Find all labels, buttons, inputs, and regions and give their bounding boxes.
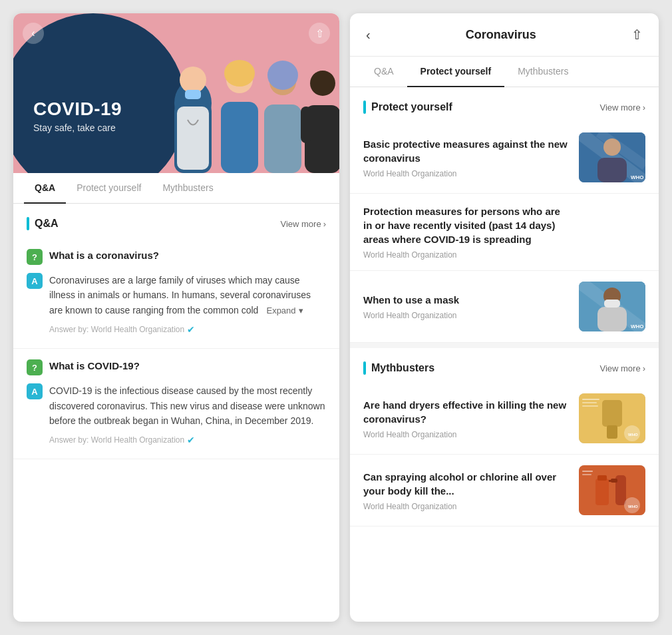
protect-thumb-3-svg: WHO bbox=[579, 282, 645, 331]
protect-view-more[interactable]: View more › bbox=[599, 103, 645, 112]
tab-qa-right[interactable]: Q&A bbox=[361, 57, 407, 87]
right-tabs: Q&A Protect yourself Mythbusters bbox=[350, 57, 659, 87]
svg-rect-28 bbox=[607, 425, 617, 439]
right-back-button[interactable]: ‹ bbox=[363, 25, 373, 45]
left-tabs: Q&A Protect yourself Mythbusters bbox=[13, 173, 339, 204]
answer-content-2: COVID-19 is the infectious disease cause… bbox=[49, 383, 326, 445]
svg-rect-4 bbox=[185, 90, 201, 99]
answer-meta-2: Answer by: World Health Organization ✔ bbox=[49, 435, 326, 445]
mythbusters-accent bbox=[363, 361, 366, 375]
protect-title-text: Protect yourself bbox=[371, 101, 452, 113]
myth-thumb-2-svg: WHO bbox=[579, 465, 645, 515]
expand-button-1[interactable]: Expand ▾ bbox=[261, 306, 303, 316]
answer-text-2: COVID-19 is the infectious disease cause… bbox=[49, 383, 326, 428]
protect-article-3[interactable]: When to use a mask World Health Organiza… bbox=[350, 271, 659, 343]
answer-badge-1: A bbox=[27, 273, 43, 289]
tab-mythbusters-right[interactable]: Mythbusters bbox=[504, 57, 582, 87]
svg-rect-43 bbox=[582, 474, 591, 475]
qa-item-2: ? What is COVID-19? A COVID-19 is the in… bbox=[13, 349, 339, 459]
mythbusters-section-title: Mythbusters bbox=[363, 361, 434, 375]
protect-article-3-source: World Health Organization bbox=[363, 311, 570, 320]
hero-title: COVID-19 bbox=[33, 99, 122, 120]
svg-text:WHO: WHO bbox=[628, 433, 638, 437]
protect-article-1-thumb: WHO bbox=[579, 132, 645, 182]
answer-badge-2: A bbox=[27, 383, 43, 399]
answer-row-1: A Coronaviruses are a large family of vi… bbox=[27, 273, 326, 335]
question-text-2: What is COVID-19? bbox=[49, 359, 140, 373]
left-panel: ‹ ⇧ COVID-19 Stay safe, take care bbox=[13, 13, 339, 622]
share-button[interactable]: ⇧ bbox=[309, 23, 330, 44]
question-badge-1: ? bbox=[27, 249, 43, 265]
protect-section-title: Protect yourself bbox=[363, 101, 452, 114]
svg-point-9 bbox=[267, 61, 298, 90]
protect-article-2[interactable]: Protection measures for persons who are … bbox=[350, 194, 659, 271]
protect-accent bbox=[363, 101, 366, 114]
tab-mythbusters-left[interactable]: Mythbusters bbox=[152, 173, 224, 204]
protect-article-3-thumb: WHO bbox=[579, 282, 645, 331]
svg-rect-13 bbox=[301, 106, 311, 143]
svg-rect-23 bbox=[597, 307, 627, 331]
svg-rect-39 bbox=[597, 475, 607, 481]
section-accent bbox=[27, 217, 29, 230]
protect-article-1[interactable]: Basic protective measures against the ne… bbox=[350, 122, 659, 194]
protect-article-2-title: Protection measures for persons who are … bbox=[363, 204, 570, 246]
svg-rect-18 bbox=[597, 158, 627, 182]
myth-article-2-info: Can spraying alcohol or chlorine all ove… bbox=[363, 470, 570, 511]
svg-rect-10 bbox=[264, 105, 301, 173]
mythbusters-view-more[interactable]: View more › bbox=[599, 363, 645, 373]
right-panel: ‹ Coronavirus ⇧ Q&A Protect yourself Myt… bbox=[350, 13, 659, 622]
qa-item-1: ? What is a coronavirus? A Coronaviruses… bbox=[13, 238, 339, 349]
protect-article-2-source: World Health Organization bbox=[363, 250, 570, 260]
hero-illustration bbox=[153, 43, 339, 173]
myth-article-1-info: Are hand dryers effective in killing the… bbox=[363, 398, 570, 439]
answer-content-1: Coronaviruses are a large family of viru… bbox=[49, 273, 326, 335]
myth-article-1-source: World Health Organization bbox=[363, 430, 570, 439]
hero-text: COVID-19 Stay safe, take care bbox=[33, 99, 122, 133]
qa-title-text: Q&A bbox=[35, 218, 59, 230]
question-row-2: ? What is COVID-19? bbox=[27, 359, 326, 375]
myth-article-1[interactable]: Are hand dryers effective in killing the… bbox=[350, 383, 659, 455]
protect-article-1-info: Basic protective measures against the ne… bbox=[363, 137, 570, 178]
tab-protect-left[interactable]: Protect yourself bbox=[66, 173, 152, 204]
left-content: Q&A View more › ? What is a coronavirus?… bbox=[13, 204, 339, 459]
verified-icon-1: ✔ bbox=[187, 324, 195, 335]
myth-article-2-title: Can spraying alcohol or chlorine all ove… bbox=[363, 470, 570, 498]
tab-protect-right[interactable]: Protect yourself bbox=[407, 57, 505, 87]
qa-section-title: Q&A bbox=[27, 217, 59, 230]
myth-thumb-1-svg: WHO bbox=[579, 393, 645, 443]
myth-article-2[interactable]: Can spraying alcohol or chlorine all ove… bbox=[350, 455, 659, 527]
myth-article-1-title: Are hand dryers effective in killing the… bbox=[363, 398, 570, 426]
back-button[interactable]: ‹ bbox=[23, 23, 44, 44]
verified-icon-2: ✔ bbox=[187, 435, 195, 445]
question-row-1: ? What is a coronavirus? bbox=[27, 249, 326, 265]
right-header: ‹ Coronavirus ⇧ bbox=[350, 13, 659, 57]
svg-rect-24 bbox=[604, 300, 620, 308]
svg-rect-32 bbox=[582, 402, 597, 403]
tab-qa-left[interactable]: Q&A bbox=[24, 173, 66, 204]
question-text-1: What is a coronavirus? bbox=[49, 249, 159, 262]
qa-section-header: Q&A View more › bbox=[13, 204, 339, 238]
protect-article-2-info: Protection measures for persons who are … bbox=[363, 204, 570, 260]
svg-rect-33 bbox=[582, 405, 598, 407]
right-title: Coronavirus bbox=[466, 28, 536, 42]
svg-point-6 bbox=[224, 60, 255, 87]
myth-article-2-thumb: WHO bbox=[579, 465, 645, 515]
svg-rect-7 bbox=[221, 102, 258, 173]
protect-article-1-source: World Health Organization bbox=[363, 169, 570, 178]
svg-text:WHO: WHO bbox=[631, 174, 644, 180]
answer-row-2: A COVID-19 is the infectious disease cau… bbox=[27, 383, 326, 445]
right-share-button[interactable]: ⇧ bbox=[629, 24, 645, 45]
protect-article-3-title: When to use a mask bbox=[363, 293, 570, 307]
mythbusters-title-text: Mythbusters bbox=[371, 362, 434, 374]
protect-article-3-info: When to use a mask World Health Organiza… bbox=[363, 293, 570, 320]
hero-subtitle: Stay safe, take care bbox=[33, 122, 122, 133]
svg-point-17 bbox=[603, 138, 621, 156]
svg-text:WHO: WHO bbox=[628, 505, 638, 509]
protect-article-1-title: Basic protective measures against the ne… bbox=[363, 137, 570, 165]
qa-view-more[interactable]: View more › bbox=[280, 219, 326, 229]
svg-rect-27 bbox=[602, 400, 622, 427]
svg-point-11 bbox=[310, 71, 335, 96]
mythbusters-section-header: Mythbusters View more › bbox=[350, 348, 659, 383]
svg-text:WHO: WHO bbox=[631, 323, 644, 329]
protect-section: Protect yourself View more › Basic prote… bbox=[350, 87, 659, 343]
